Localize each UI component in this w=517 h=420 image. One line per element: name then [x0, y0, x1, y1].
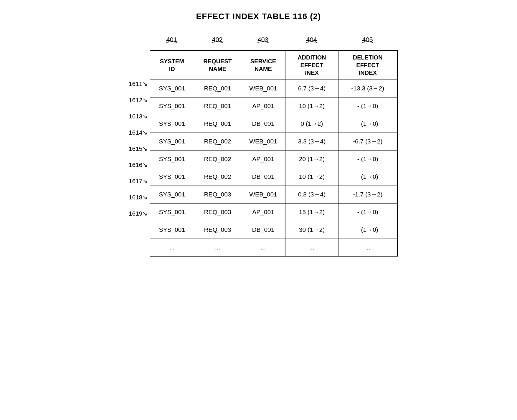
cell-deletion-effect: -13.3 (3→2)	[338, 80, 397, 97]
cell-request-name: REQ_003	[194, 221, 241, 239]
cell-deletion-effect: - (1→0)	[338, 203, 397, 221]
cell-addition-effect: 0.8 (3→4)	[285, 186, 338, 203]
cell-system-id: SYS_001	[150, 186, 194, 203]
row-label-1613: 1613↘	[120, 108, 150, 125]
cell-request-name: REQ_002	[194, 168, 241, 186]
table-row: SYS_001REQ_002WEB_0013.3 (3→4)-6.7 (3→2)	[150, 133, 397, 150]
cell-system-id: SYS_001	[150, 150, 194, 168]
cell-service-name: DB_001	[241, 168, 285, 186]
cell-service-name: WEB_001	[241, 133, 285, 150]
bracket-402: ⌒	[209, 44, 225, 50]
cell-system-id: SYS_001	[150, 133, 194, 150]
cell-deletion-effect: ...	[338, 239, 397, 256]
cell-service-name: DB_001	[241, 221, 285, 239]
table-row: SYS_001REQ_002DB_00110 (1→2)- (1→0)	[150, 168, 397, 186]
header-request-name: REQUESTNAME	[194, 50, 241, 80]
cell-system-id: SYS_001	[150, 221, 194, 239]
cell-system-id: SYS_001	[150, 203, 194, 221]
cell-addition-effect: 6.7 (3→4)	[285, 80, 338, 97]
cell-deletion-effect: -6.7 (3→2)	[338, 133, 397, 150]
cell-system-id: SYS_001	[150, 115, 194, 133]
cell-deletion-effect: - (1→0)	[338, 221, 397, 239]
cell-request-name: REQ_002	[194, 150, 241, 168]
cell-system-id: ...	[150, 239, 194, 256]
cell-service-name: AP_001	[241, 203, 285, 221]
cell-request-name: REQ_001	[194, 80, 241, 97]
bracket-401: ⌒	[164, 44, 180, 50]
row-label-1614: 1614↘	[120, 125, 150, 141]
cell-service-name: WEB_001	[241, 80, 285, 97]
table-row: SYS_001REQ_001WEB_0016.7 (3→4)-13.3 (3→2…	[150, 80, 397, 97]
cell-request-name: REQ_003	[194, 186, 241, 203]
cell-deletion-effect: - (1→0)	[338, 168, 397, 186]
cell-addition-effect: 30 (1→2)	[285, 221, 338, 239]
cell-service-name: AP_001	[241, 97, 285, 115]
cell-addition-effect: 15 (1→2)	[285, 203, 338, 221]
cell-request-name: REQ_003	[194, 203, 241, 221]
cell-request-name: REQ_002	[194, 133, 241, 150]
bracket-403: ⌒	[255, 44, 271, 50]
cell-service-name: ...	[241, 239, 285, 256]
page-title: EFFECT INDEX TABLE 116 (2)	[97, 12, 421, 21]
table-row: SYS_001REQ_001AP_00110 (1→2)- (1→0)	[150, 97, 397, 115]
row-label-1611: 1611↘	[120, 76, 150, 92]
cell-service-name: AP_001	[241, 150, 285, 168]
table-row: SYS_001REQ_003WEB_0010.8 (3→4)-1.7 (3→2)	[150, 186, 397, 203]
cell-addition-effect: ...	[285, 239, 338, 256]
cell-addition-effect: 0 (1→2)	[285, 115, 338, 133]
header-service-name: SERVICENAME	[241, 50, 285, 80]
row-label-1619: 1619↘	[120, 206, 150, 222]
table-row: ...............	[150, 239, 397, 256]
cell-deletion-effect: - (1→0)	[338, 97, 397, 115]
cell-addition-effect: 10 (1→2)	[285, 97, 338, 115]
row-label-1617: 1617↘	[120, 173, 150, 189]
bracket-404: ⌒	[304, 44, 320, 50]
row-label-1615: 1615↘	[120, 141, 150, 157]
cell-addition-effect: 20 (1→2)	[285, 150, 338, 168]
header-system-id: SYSTEMID	[150, 50, 194, 80]
cell-deletion-effect: -1.7 (3→2)	[338, 186, 397, 203]
header-addition-effect: ADDITIONEFFECTINEX	[285, 50, 338, 80]
cell-deletion-effect: - (1→0)	[338, 115, 397, 133]
cell-system-id: SYS_001	[150, 97, 194, 115]
table-row: SYS_001REQ_003DB_00130 (1→2)- (1→0)	[150, 221, 397, 239]
row-label-1618: 1618↘	[120, 189, 150, 206]
cell-service-name: DB_001	[241, 115, 285, 133]
cell-request-name: REQ_001	[194, 115, 241, 133]
row-label-1612: 1612↘	[120, 92, 150, 108]
cell-service-name: WEB_001	[241, 186, 285, 203]
table-row: SYS_001REQ_002AP_00120 (1→2)- (1→0)	[150, 150, 397, 168]
row-label-1616: 1616↘	[120, 157, 150, 173]
effect-index-table: SYSTEMID REQUESTNAME SERVICENAME ADDITIO…	[150, 50, 398, 257]
cell-system-id: SYS_001	[150, 168, 194, 186]
cell-addition-effect: 10 (1→2)	[285, 168, 338, 186]
bracket-405: ⌒	[360, 44, 376, 50]
table-row: SYS_001REQ_003AP_00115 (1→2)- (1→0)	[150, 203, 397, 221]
header-deletion-effect: DELETIONEFFECTINDEX	[338, 50, 397, 80]
cell-request-name: REQ_001	[194, 97, 241, 115]
cell-request-name: ...	[194, 239, 241, 256]
table-row: SYS_001REQ_001DB_0010 (1→2)- (1→0)	[150, 115, 397, 133]
cell-system-id: SYS_001	[150, 80, 194, 97]
cell-addition-effect: 3.3 (3→4)	[285, 133, 338, 150]
cell-deletion-effect: - (1→0)	[338, 150, 397, 168]
